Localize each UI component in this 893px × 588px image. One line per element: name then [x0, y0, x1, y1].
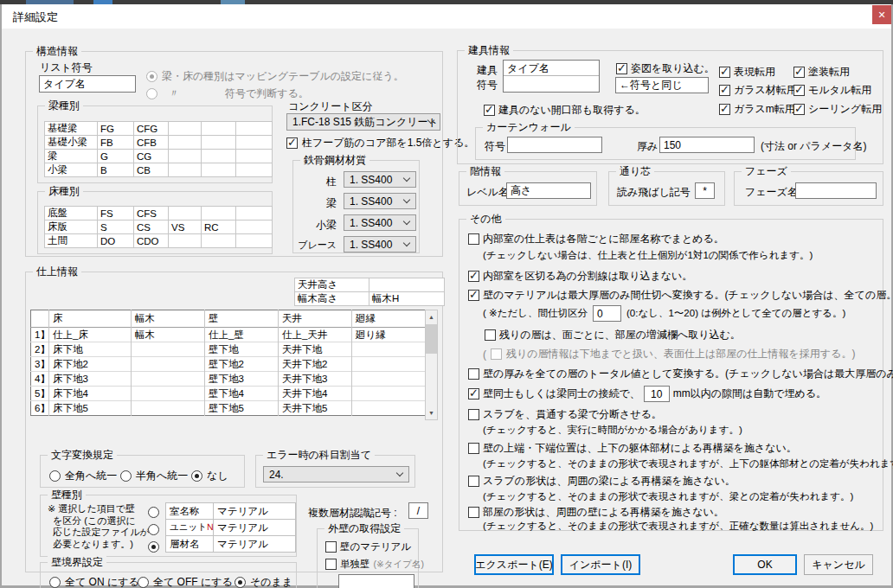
cell[interactable]: 壁下地2 — [205, 357, 279, 372]
zenkaku-radio[interactable] — [49, 470, 61, 482]
gap-mm-input[interactable]: 10 — [644, 386, 670, 402]
cell[interactable] — [352, 372, 426, 387]
cell[interactable]: G — [98, 150, 134, 163]
cell[interactable]: 床下地 — [49, 342, 132, 357]
cell[interactable]: 壁下地5 — [205, 401, 279, 416]
cell[interactable] — [236, 136, 273, 150]
remaining-layer-info-checkbox[interactable] — [491, 348, 502, 360]
cell[interactable] — [169, 207, 202, 220]
cell[interactable]: 小梁 — [45, 163, 98, 177]
cell[interactable]: 基礎小梁 — [45, 136, 98, 150]
scrollbar-thumb[interactable] — [426, 324, 437, 354]
finish-table-scrollbar[interactable]: ▲ ▼ — [425, 310, 438, 420]
cell[interactable]: CFB — [134, 136, 169, 150]
cell[interactable]: 幅木H — [369, 292, 445, 306]
cell[interactable] — [236, 163, 273, 177]
o4-checkbox[interactable] — [468, 368, 479, 380]
glass-material-transfer-checkbox[interactable] — [719, 85, 730, 96]
as-is-radio[interactable] — [234, 577, 246, 588]
cell[interactable]: 床下地3 — [49, 372, 132, 387]
cell[interactable]: CG — [134, 150, 169, 163]
cell[interactable]: FB — [98, 136, 134, 150]
cell[interactable]: 仕上_壁 — [205, 328, 279, 342]
cell[interactable]: CDO — [134, 234, 169, 248]
cell[interactable] — [352, 357, 426, 372]
phase-name-input[interactable] — [795, 182, 877, 199]
cell[interactable]: B — [98, 163, 134, 177]
cell[interactable]: 6】 — [31, 401, 49, 416]
import-button[interactable]: インポート(I) — [561, 554, 640, 575]
expression-transfer-checkbox[interactable] — [719, 67, 730, 78]
cell[interactable]: 壁 — [205, 310, 279, 328]
o7-checkbox[interactable] — [468, 443, 479, 454]
cell[interactable] — [352, 342, 426, 357]
export-button[interactable]: エクスポート(E) — [474, 554, 554, 575]
cell[interactable]: 幅木 — [132, 328, 205, 342]
cell[interactable] — [202, 136, 236, 150]
cell[interactable] — [236, 150, 273, 163]
cell[interactable]: 床下地5 — [49, 401, 132, 416]
cell[interactable]: 天井下地2 — [279, 357, 352, 372]
remaining-layers-checkbox[interactable] — [485, 329, 496, 341]
curtain-thickness-input[interactable]: 150 — [659, 137, 755, 153]
cell[interactable] — [132, 357, 205, 372]
figure-import-checkbox[interactable] — [616, 63, 627, 74]
fixture-code-input[interactable]: タイプ名 — [503, 60, 600, 93]
cell[interactable]: 幅木高さ — [295, 292, 369, 306]
cell[interactable] — [169, 234, 202, 248]
cell[interactable]: 基礎梁 — [45, 122, 98, 136]
cell[interactable]: 床 — [49, 310, 132, 328]
cell[interactable] — [202, 234, 236, 248]
cell[interactable]: 壁下地 — [205, 342, 279, 357]
steel-brace-select[interactable]: 1. SS400 — [344, 236, 416, 252]
cell[interactable] — [369, 278, 445, 292]
o3-checkbox[interactable] — [468, 290, 479, 301]
cell[interactable]: 4】 — [31, 372, 49, 387]
o9-checkbox[interactable] — [468, 507, 479, 518]
cell[interactable] — [236, 234, 273, 248]
o2-checkbox[interactable] — [468, 271, 479, 282]
glass-m-transfer-checkbox[interactable] — [719, 104, 730, 115]
cell[interactable] — [202, 207, 236, 220]
cell[interactable]: 底盤 — [45, 207, 98, 220]
cell[interactable]: 仕上_床 — [49, 328, 132, 342]
mortar-transfer-checkbox[interactable] — [793, 85, 805, 96]
steel-column-select[interactable]: 1. SS400 — [344, 171, 416, 188]
skip-mark-input[interactable]: * — [695, 182, 715, 199]
cell[interactable] — [236, 207, 273, 220]
cell[interactable] — [132, 387, 205, 401]
single-wall-input[interactable] — [338, 574, 414, 588]
multi-layer-input[interactable]: / — [408, 502, 428, 519]
paint-transfer-checkbox[interactable] — [793, 67, 805, 78]
steel-smallbeam-select[interactable]: 1. SS400 — [344, 214, 416, 231]
cell[interactable] — [169, 122, 202, 136]
all-on-radio[interactable] — [49, 577, 61, 588]
cell[interactable]: S — [98, 220, 134, 234]
cell[interactable]: CFG — [134, 122, 169, 136]
cell[interactable] — [132, 401, 205, 416]
cell[interactable] — [31, 310, 49, 328]
cell[interactable]: 天井下地 — [279, 342, 352, 357]
room-name-radio[interactable] — [148, 507, 159, 518]
cell[interactable]: 1】 — [31, 328, 49, 342]
cell[interactable]: DO — [98, 234, 134, 248]
cell[interactable]: FG — [98, 122, 134, 136]
cell[interactable]: 梁 — [45, 150, 98, 163]
steel-beam-select[interactable]: 1. SS400 — [344, 193, 416, 209]
unit-no-radio[interactable] — [148, 524, 159, 535]
cell[interactable]: FS — [98, 207, 134, 220]
cancel-button[interactable]: キャンセル — [804, 554, 873, 575]
cell[interactable]: 廻縁 — [352, 310, 426, 328]
cell[interactable]: RC — [202, 220, 236, 234]
cell[interactable] — [169, 163, 202, 177]
o5-checkbox[interactable] — [468, 388, 479, 399]
opening-checkbox[interactable] — [484, 105, 495, 116]
cell[interactable]: 床下地4 — [49, 387, 132, 401]
cell[interactable]: 天井下地4 — [279, 387, 352, 401]
level-name-input[interactable]: 高さ — [506, 182, 591, 199]
cell[interactable]: 土間 — [45, 234, 98, 248]
hoop-checkbox[interactable] — [286, 137, 298, 149]
cell[interactable] — [352, 401, 426, 416]
cell[interactable]: 天井 — [279, 310, 352, 328]
cell[interactable] — [132, 372, 205, 387]
